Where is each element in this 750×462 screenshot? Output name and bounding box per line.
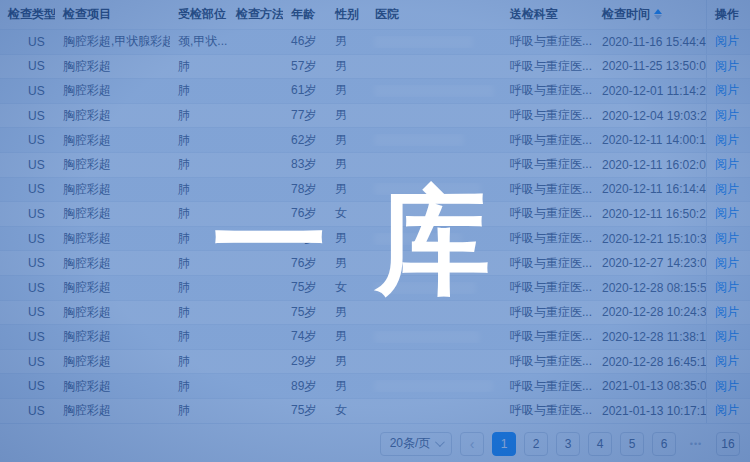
cell-exam_type: US (0, 305, 55, 319)
cell-hospital (367, 134, 502, 146)
cell-action: 阅片 (706, 399, 750, 423)
page-button-4[interactable]: 4 (588, 432, 612, 456)
cell-exam_type: US (0, 404, 55, 418)
cell-exam_item: 胸腔彩超,甲状腺彩超 (55, 33, 170, 50)
cell-exam_type: US (0, 207, 55, 221)
cell-body_part: 肺 (170, 255, 228, 272)
view-film-link[interactable]: 阅片 (715, 378, 739, 395)
cell-gender: 男 (327, 181, 367, 198)
cell-department: 呼吸与重症医... (502, 156, 594, 173)
cell-exam_item: 胸腔彩超 (55, 156, 170, 173)
cell-hospital (367, 183, 502, 195)
cell-exam_type: US (0, 158, 55, 172)
cell-exam_type: US (0, 182, 55, 196)
cell-body_part: 肺 (170, 353, 228, 370)
cell-body_part: 肺 (170, 205, 228, 222)
view-film-link[interactable]: 阅片 (715, 255, 739, 272)
column-header-exam_time[interactable]: 检查时间 (594, 6, 706, 23)
column-label: 检查时间 (602, 7, 650, 21)
cell-exam_item: 胸腔彩超 (55, 402, 170, 419)
view-film-link[interactable]: 阅片 (715, 58, 739, 75)
view-film-link[interactable]: 阅片 (715, 156, 739, 173)
cell-body_part: 肺 (170, 156, 228, 173)
cell-exam_type: US (0, 133, 55, 147)
column-label: 年龄 (291, 7, 315, 21)
table-row: US胸腔彩超肺78岁男呼吸与重症医...2020-12-11 16:14:49阅… (0, 178, 750, 203)
view-film-link[interactable]: 阅片 (715, 132, 739, 149)
view-film-link[interactable]: 阅片 (715, 107, 739, 124)
page-number-list: 123456•••16 (492, 432, 740, 456)
cell-department: 呼吸与重症医... (502, 402, 594, 419)
cell-action: 阅片 (706, 374, 750, 398)
caret-down-icon (654, 15, 662, 20)
cell-gender: 女 (327, 402, 367, 419)
cell-hospital (367, 356, 502, 368)
cell-exam_item: 胸腔彩超 (55, 107, 170, 124)
view-film-link[interactable]: 阅片 (715, 353, 739, 370)
column-label: 检查项目 (63, 7, 111, 21)
table-row: US胸腔彩超肺74岁男呼吸与重症医...2020-12-28 11:38:11阅… (0, 325, 750, 350)
cell-exam_type: US (0, 256, 55, 270)
redacted-hospital-name (375, 233, 461, 245)
cell-hospital (367, 85, 502, 97)
page-button-16[interactable]: 16 (716, 432, 740, 456)
cell-exam_time: 2020-11-25 13:50:01 (594, 59, 706, 73)
cell-action: 阅片 (706, 251, 750, 275)
page-ellipsis: ••• (684, 432, 708, 456)
cell-exam_item: 胸腔彩超 (55, 304, 170, 321)
page-size-select[interactable]: 20条/页 (380, 432, 452, 456)
caret-up-icon (654, 9, 662, 14)
cell-action: 阅片 (706, 128, 750, 152)
page-button-2[interactable]: 2 (524, 432, 548, 456)
redacted-hospital-name (375, 257, 493, 269)
cell-exam_item: 胸腔彩超 (55, 205, 170, 222)
cell-department: 呼吸与重症医... (502, 279, 594, 296)
view-film-link[interactable]: 阅片 (715, 304, 739, 321)
view-film-link[interactable]: 阅片 (715, 230, 739, 247)
view-film-link[interactable]: 阅片 (715, 33, 739, 50)
view-film-link[interactable]: 阅片 (715, 205, 739, 222)
table-row: US胸腔彩超肺29岁男呼吸与重症医...2020-12-28 16:45:16阅… (0, 350, 750, 375)
exam-list-page: 检查类型检查项目受检部位检查方法年龄性别医院送检科室检查时间操作 US胸腔彩超,… (0, 0, 750, 462)
cell-age: 89岁 (283, 378, 327, 395)
cell-exam_type: US (0, 355, 55, 369)
redacted-hospital-name (375, 36, 472, 48)
cell-action: 阅片 (706, 153, 750, 177)
table-row: US胸腔彩超肺61岁男呼吸与重症医...2020-12-01 11:14:21阅… (0, 79, 750, 104)
cell-hospital (367, 233, 502, 245)
page-size-label: 20条/页 (390, 435, 431, 452)
cell-body_part: 肺 (170, 279, 228, 296)
cell-exam_item: 胸腔彩超 (55, 181, 170, 198)
view-film-link[interactable]: 阅片 (715, 82, 739, 99)
table-row: US胸腔彩超肺57岁男呼吸与重症医...2020-11-25 13:50:01阅… (0, 55, 750, 80)
cell-exam_time: 2020-12-11 16:02:05 (594, 158, 706, 172)
column-header-body_part: 受检部位 (170, 6, 228, 23)
sort-caret-icon[interactable] (654, 9, 662, 20)
table-row: US胸腔彩超肺89岁男呼吸与重症医...2021-01-13 08:35:05阅… (0, 374, 750, 399)
column-label: 送检科室 (510, 7, 558, 21)
page-button-5[interactable]: 5 (620, 432, 644, 456)
cell-exam_time: 2020-12-28 16:45:16 (594, 355, 706, 369)
table-header-row: 检查类型检查项目受检部位检查方法年龄性别医院送检科室检查时间操作 (0, 0, 750, 30)
cell-body_part: 肺 (170, 402, 228, 419)
redacted-hospital-name (375, 356, 460, 368)
view-film-link[interactable]: 阅片 (715, 279, 739, 296)
page-button-3[interactable]: 3 (556, 432, 580, 456)
redacted-hospital-name (375, 208, 479, 220)
column-header-gender: 性别 (327, 6, 367, 23)
cell-action: 阅片 (706, 325, 750, 349)
view-film-link[interactable]: 阅片 (715, 402, 739, 419)
pagination-bar: 20条/页 ‹ 123456•••16 (0, 425, 750, 462)
page-button-1[interactable]: 1 (492, 432, 516, 456)
view-film-link[interactable]: 阅片 (715, 328, 739, 345)
cell-action: 阅片 (706, 178, 750, 202)
prev-page-button[interactable]: ‹ (460, 432, 484, 456)
page-button-6[interactable]: 6 (652, 432, 676, 456)
cell-exam_type: US (0, 379, 55, 393)
cell-department: 呼吸与重症医... (502, 304, 594, 321)
view-film-link[interactable]: 阅片 (715, 181, 739, 198)
table-row: US胸腔彩超肺76岁男呼吸与重症医...2020-12-27 14:23:04阅… (0, 251, 750, 276)
cell-hospital (367, 159, 502, 171)
cell-department: 呼吸与重症医... (502, 328, 594, 345)
cell-body_part: 肺 (170, 304, 228, 321)
